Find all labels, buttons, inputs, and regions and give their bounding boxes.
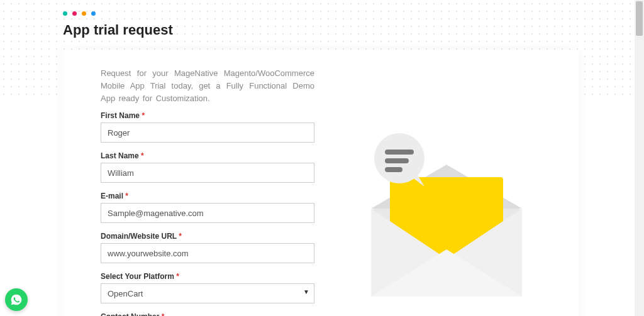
main-container: App trial request Request for your MageN… [0, 0, 644, 316]
last-name-input[interactable] [101, 163, 314, 183]
intro-text: Request for your MageNative Magento/WooC… [101, 67, 314, 105]
envelope-illustration-icon [352, 127, 541, 303]
phone-label: Contact Number * [101, 312, 314, 316]
email-label: E-mail * [101, 192, 314, 200]
svg-rect-5 [385, 167, 402, 172]
email-input[interactable] [101, 203, 314, 223]
form-card: Request for your MageNative Magento/WooC… [63, 50, 579, 316]
platform-label: Select Your Platform * [101, 272, 314, 281]
dot-icon [72, 11, 77, 16]
dot-icon [82, 11, 86, 16]
domain-input[interactable] [101, 243, 314, 263]
first-name-label: First Name * [101, 111, 314, 120]
first-name-input[interactable] [101, 123, 314, 143]
svg-rect-4 [385, 158, 409, 163]
page-title: App trial request [63, 22, 644, 38]
domain-label: Domain/Website URL * [101, 232, 314, 241]
platform-select[interactable]: OpenCart [101, 283, 314, 303]
last-name-label: Last Name * [101, 151, 314, 160]
dot-icon [63, 11, 67, 16]
decorative-dots [63, 11, 644, 16]
dot-icon [91, 11, 96, 16]
form-column: Request for your MageNative Magento/WooC… [101, 67, 314, 316]
illustration-column [352, 67, 541, 316]
svg-rect-3 [385, 150, 414, 155]
